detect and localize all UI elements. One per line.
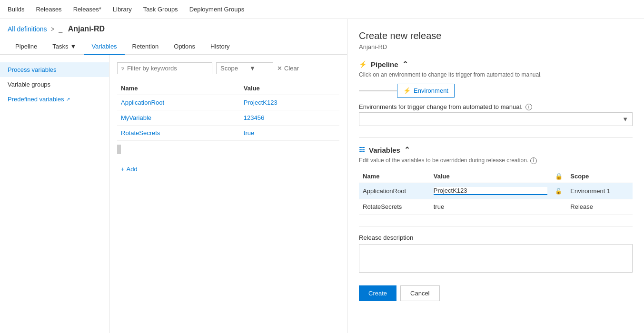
sidebar-item-predefined-variables[interactable]: Predefined variables ↗	[0, 92, 109, 107]
external-link-icon: ↗	[66, 97, 70, 102]
left-panel: All definitions > ⎯ Anjani-RD Pipeline T…	[0, 19, 347, 333]
add-icon: +	[121, 166, 125, 173]
table-row: ApplicationRoot ProjectK123	[117, 95, 339, 110]
rv-scope-1: Release	[566, 199, 633, 214]
scroll-handle[interactable]	[117, 145, 121, 154]
col-value-header: Value	[240, 82, 339, 95]
filter-icon: ▿	[121, 65, 124, 72]
right-panel: Create new release Anjani-RD ⚡ Pipeline …	[347, 19, 644, 333]
tab-retention[interactable]: Retention	[125, 39, 167, 55]
variables-section-label: Variables	[369, 146, 400, 154]
definition-name: Anjani-RD	[68, 25, 105, 33]
pipeline-label: Pipeline	[371, 60, 398, 69]
scope-chevron-icon: ▼	[249, 65, 256, 72]
release-description-input[interactable]	[359, 244, 633, 273]
variables-section-desc: Edit value of the variables to be overri…	[359, 157, 633, 164]
var-value-0[interactable]: ProjectK123	[240, 95, 339, 110]
definition-icon: ⎯	[59, 25, 62, 33]
rvcol-value: Value	[430, 170, 552, 183]
nav-builds[interactable]: Builds	[8, 6, 24, 13]
pipeline-section-header[interactable]: ⚡ Pipeline ⌃	[359, 60, 633, 69]
rv-lock-1[interactable]	[551, 199, 566, 214]
env-trigger-info-icon[interactable]: i	[525, 104, 532, 110]
breadcrumb: All definitions > ⎯ Anjani-RD	[0, 19, 347, 39]
clear-x-icon: ✕	[277, 65, 282, 72]
filter-input[interactable]	[127, 65, 208, 72]
environment-button[interactable]: ⚡ Environment	[397, 84, 455, 98]
variables-info-icon[interactable]: i	[530, 157, 537, 164]
panel-subtitle: Anjani-RD	[359, 43, 633, 50]
pipeline-diagram: ⚡ Environment	[359, 84, 633, 98]
pipeline-section-desc: Click on an environment to change its tr…	[359, 71, 633, 78]
rv-value-input-1[interactable]	[434, 203, 548, 210]
cancel-button[interactable]: Cancel	[400, 285, 439, 301]
env-bolt-icon: ⚡	[403, 87, 411, 94]
content-area: Process variables Variable groups Predef…	[0, 55, 347, 333]
env-trigger-chevron-icon: ▼	[622, 116, 628, 123]
section-divider	[359, 137, 633, 138]
rv-value-0[interactable]	[430, 183, 552, 199]
scroll-area	[117, 141, 339, 158]
release-var-row-1: RotateSecrets Release	[359, 199, 633, 214]
tab-options[interactable]: Options	[166, 39, 203, 55]
variables-icon: ☷	[359, 146, 365, 154]
variables-table: Name Value ApplicationRoot ProjectK123 M…	[117, 82, 339, 141]
release-description-section: Release description	[359, 234, 633, 274]
variables-section: ☷ Variables ⌃ Edit value of the variable…	[359, 146, 633, 215]
tab-pipeline[interactable]: Pipeline	[8, 39, 45, 55]
tab-bar: Pipeline Tasks ▼ Variables Retention Opt…	[0, 39, 347, 55]
nav-releases[interactable]: Releases	[36, 6, 61, 13]
table-row: MyVariable 123456	[117, 110, 339, 126]
sidebar-item-process-variables[interactable]: Process variables	[0, 62, 109, 77]
main-area: All definitions > ⎯ Anjani-RD Pipeline T…	[0, 19, 644, 333]
variables-section-header[interactable]: ☷ Variables ⌃	[359, 146, 633, 154]
var-name-1[interactable]: MyVariable	[117, 110, 240, 126]
release-variables-table: Name Value 🔒 Scope ApplicationRoot	[359, 170, 633, 215]
sidebar-item-variable-groups[interactable]: Variable groups	[0, 77, 109, 92]
col-name-header: Name	[117, 82, 240, 95]
rvcol-lock: 🔒	[551, 170, 566, 183]
var-value-1[interactable]: 123456	[240, 110, 339, 126]
env-button-label: Environment	[414, 87, 448, 94]
nav-task-groups[interactable]: Task Groups	[143, 6, 178, 13]
env-trigger-label: Environments for trigger change from aut…	[359, 103, 633, 110]
scope-label: Scope	[220, 65, 238, 72]
rv-value-input-0[interactable]	[434, 187, 548, 195]
add-variable-button[interactable]: + Add	[117, 162, 339, 176]
pipeline-section: ⚡ Pipeline ⌃ Click on an environment to …	[359, 60, 633, 126]
rv-name-0: ApplicationRoot	[359, 183, 430, 199]
scope-dropdown[interactable]: Scope ▼	[216, 62, 273, 74]
release-var-row-0: ApplicationRoot 🔓 Environment 1	[359, 183, 633, 199]
env-trigger-dropdown[interactable]: ▼	[359, 112, 633, 126]
desc-divider	[359, 226, 633, 226]
tab-variables[interactable]: Variables	[84, 39, 124, 55]
variables-panel: ▿ Scope ▼ ✕ Clear	[109, 55, 347, 333]
tab-history[interactable]: History	[203, 39, 237, 55]
rv-scope-0: Environment 1	[566, 183, 633, 199]
rv-name-1: RotateSecrets	[359, 199, 430, 214]
filter-bar: ▿ Scope ▼ ✕ Clear	[117, 62, 339, 74]
all-definitions-link[interactable]: All definitions	[8, 25, 47, 33]
clear-label: Clear	[284, 65, 299, 72]
tasks-dropdown-icon: ▼	[70, 43, 77, 50]
create-button[interactable]: Create	[359, 285, 396, 301]
var-name-0[interactable]: ApplicationRoot	[117, 95, 240, 110]
pipeline-line-bar	[359, 90, 397, 91]
env-trigger-section: Environments for trigger change from aut…	[359, 103, 633, 126]
add-label: Add	[127, 166, 138, 173]
tab-tasks[interactable]: Tasks ▼	[45, 39, 84, 55]
nav-library[interactable]: Library	[113, 6, 132, 13]
rvcol-scope: Scope	[566, 170, 633, 183]
clear-button[interactable]: ✕ Clear	[277, 65, 299, 72]
nav-releases-star[interactable]: Releases*	[73, 6, 101, 13]
rv-value-1[interactable]	[430, 199, 552, 214]
pipeline-icon: ⚡	[359, 60, 367, 68]
lock-icon-0: 🔓	[555, 188, 562, 195]
var-name-2[interactable]: RotateSecrets	[117, 126, 240, 141]
panel-title: Create new release	[359, 30, 633, 41]
var-value-2[interactable]: true	[240, 126, 339, 141]
pipeline-collapse-icon: ⌃	[402, 60, 408, 69]
rv-lock-0[interactable]: 🔓	[551, 183, 566, 199]
nav-deployment-groups[interactable]: Deployment Groups	[189, 6, 245, 13]
filter-input-wrap[interactable]: ▿	[117, 62, 212, 74]
